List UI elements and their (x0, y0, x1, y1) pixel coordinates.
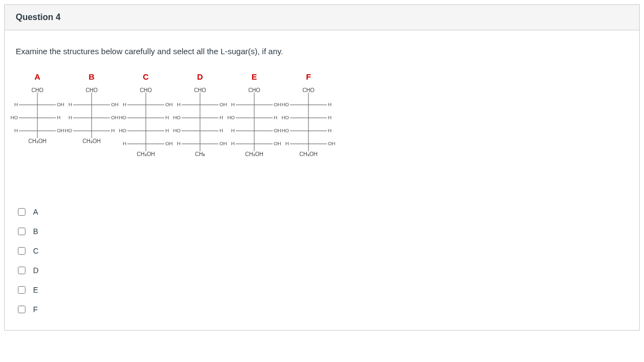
option-checkbox-A[interactable] (18, 208, 25, 216)
answer-options: ABCDEF (16, 202, 628, 319)
question-prompt: Examine the structures below carefully a… (16, 47, 628, 56)
left-substituent: H (231, 141, 235, 146)
carbon-row: HOH (10, 114, 65, 121)
left-substituent: H (15, 128, 18, 133)
option-checkbox-B[interactable] (18, 228, 25, 235)
option-label: F (33, 305, 38, 314)
carbon-row: HOH (227, 127, 281, 134)
option-checkbox-E[interactable] (18, 286, 25, 294)
right-substituent: H (220, 115, 223, 120)
right-substituent: OH (274, 102, 281, 107)
left-substituent: HO (228, 115, 235, 120)
bond-line (290, 118, 327, 118)
column-label: A (35, 72, 41, 81)
bond-line (19, 131, 56, 131)
question-body: Examine the structures below carefully a… (5, 30, 639, 330)
column-label: B (89, 72, 95, 81)
bottom-group: CH₂OH (82, 138, 100, 144)
right-substituent: OH (57, 128, 65, 133)
bond-line (127, 118, 164, 118)
column-label: C (143, 72, 149, 81)
right-substituent: H (328, 128, 332, 133)
bond-line (127, 144, 164, 144)
left-substituent: HO (173, 115, 181, 120)
bottom-group: CH₂OH (137, 151, 154, 157)
carbon-row: HOH (227, 114, 281, 121)
question-header: Question 4 (5, 5, 639, 30)
carbon-row: HOH (119, 114, 173, 121)
carbon-row: HOH (173, 114, 227, 121)
bottom-group: CH₂OH (28, 138, 46, 144)
right-substituent: H (111, 128, 115, 133)
left-substituent: H (69, 115, 73, 120)
bond-line (290, 131, 327, 131)
bond-line (236, 118, 273, 118)
bond-line (236, 105, 273, 105)
left-substituent: HO (282, 128, 289, 133)
carbon-row: HOH (119, 127, 173, 134)
right-substituent: H (57, 115, 61, 120)
bond-line (73, 131, 110, 131)
carbon-row: HOH (227, 140, 281, 147)
column-label: E (252, 72, 257, 81)
column-label: F (306, 72, 311, 81)
bottom-group: CH₂OH (245, 151, 263, 157)
option-checkbox-F[interactable] (18, 306, 25, 313)
right-substituent: OH (57, 102, 65, 107)
option-label: E (33, 286, 38, 294)
bond-line (19, 118, 56, 118)
carbon-row: HOH (10, 101, 65, 108)
left-substituent: HO (282, 115, 289, 120)
option-E[interactable]: E (16, 280, 628, 300)
left-substituent: H (15, 102, 18, 107)
right-substituent: OH (220, 141, 227, 146)
column-label: D (197, 72, 203, 81)
bond-line (236, 131, 273, 131)
carbon-row: HOH (119, 140, 173, 147)
carbon-row: HOH (227, 101, 281, 108)
option-C[interactable]: C (16, 241, 628, 261)
left-substituent: H (123, 102, 127, 107)
left-substituent: H (123, 141, 127, 146)
left-substituent: H (177, 102, 181, 107)
bond-line (127, 105, 164, 105)
option-B[interactable]: B (16, 222, 628, 241)
carbon-row: HOH (173, 127, 227, 134)
carbon-row: HOH (281, 127, 336, 134)
option-label: B (33, 227, 38, 236)
right-substituent: OH (274, 141, 281, 146)
carbon-row: HOH (173, 101, 227, 108)
bond-line (182, 144, 218, 144)
carbon-row: HOH (281, 114, 336, 121)
carbon-row: HOH (119, 101, 173, 108)
fischer-diagram: ACHOHOHHOHHOHCH₂OHBCHOHOHHOHHOHCH₂OHCCHO… (16, 72, 628, 180)
option-D[interactable]: D (16, 261, 628, 280)
carbon-row: HOH (65, 127, 119, 134)
option-checkbox-D[interactable] (18, 267, 25, 274)
bond-line (127, 131, 164, 131)
bond-line (290, 144, 327, 144)
carbon-row: HOH (10, 127, 65, 134)
question-card: Question 4 Examine the structures below … (4, 4, 640, 331)
right-substituent: OH (220, 102, 227, 107)
right-substituent: H (274, 115, 278, 120)
right-substituent: H (328, 115, 332, 120)
left-substituent: H (231, 128, 235, 133)
right-substituent: OH (274, 128, 281, 133)
right-substituent: OH (165, 141, 173, 146)
option-A[interactable]: A (16, 202, 628, 222)
bottom-group: CH₂OH (299, 151, 317, 157)
right-substituent: H (328, 102, 332, 107)
option-label: D (33, 266, 38, 275)
right-substituent: H (165, 115, 169, 120)
bottom-group: CH₃ (195, 151, 205, 157)
option-checkbox-C[interactable] (18, 247, 25, 255)
bond-line (182, 105, 218, 105)
left-substituent: HO (119, 128, 127, 133)
option-F[interactable]: F (16, 300, 628, 319)
bond-line (19, 105, 56, 105)
option-label: A (33, 208, 38, 216)
left-substituent: H (69, 102, 73, 107)
left-substituent: HO (11, 115, 18, 120)
right-substituent: OH (111, 115, 119, 120)
